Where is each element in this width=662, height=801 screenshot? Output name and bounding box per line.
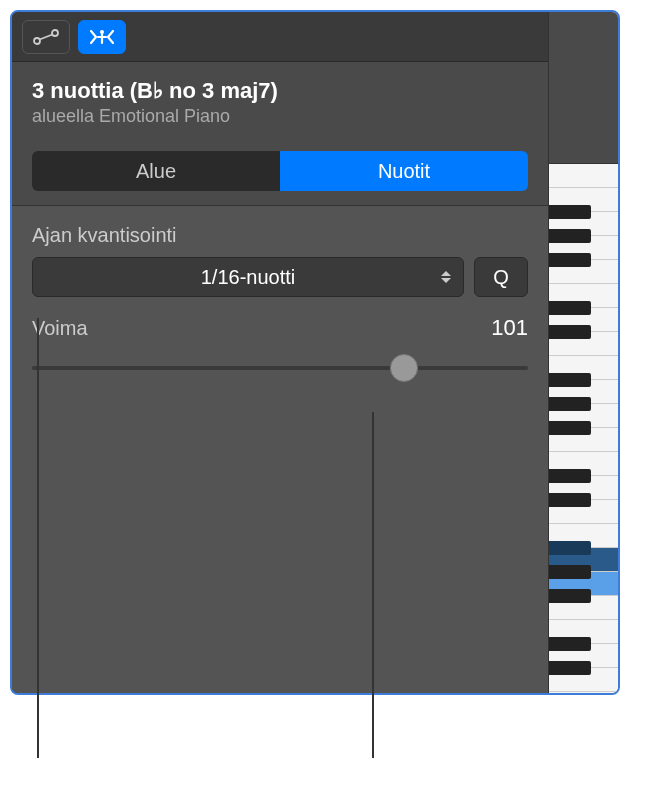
region-subtitle: alueella Emotional Piano <box>32 106 528 127</box>
black-key[interactable] <box>549 493 591 507</box>
black-key[interactable] <box>549 541 591 555</box>
toolbar <box>12 12 548 62</box>
tab-notes[interactable]: Nuotit <box>280 151 528 191</box>
strength-row: Voima 101 <box>32 315 528 341</box>
white-key[interactable] <box>549 692 618 695</box>
svg-point-1 <box>52 30 58 36</box>
black-key[interactable] <box>549 661 591 675</box>
black-key[interactable] <box>549 469 591 483</box>
slider-thumb[interactable] <box>390 354 418 382</box>
tab-row: Alue Nuotit <box>12 141 548 206</box>
header-section: 3 nuottia (B♭ no 3 maj7) alueella Emotio… <box>12 62 548 141</box>
callout-line-2 <box>372 412 374 758</box>
automation-tool-button[interactable] <box>22 20 70 54</box>
black-key[interactable] <box>549 205 591 219</box>
inspector-panel: 3 nuottia (B♭ no 3 maj7) alueella Emotio… <box>10 10 620 695</box>
black-key[interactable] <box>549 637 591 651</box>
black-key[interactable] <box>549 397 591 411</box>
slider-track-line <box>32 366 528 370</box>
midi-in-icon <box>87 27 117 47</box>
strength-slider[interactable] <box>32 353 528 383</box>
automation-icon <box>32 28 60 46</box>
selection-title: 3 nuottia (B♭ no 3 maj7) <box>32 78 528 104</box>
black-key[interactable] <box>549 301 591 315</box>
piano-spacer <box>549 12 618 164</box>
tab-region[interactable]: Alue <box>32 151 280 191</box>
svg-point-0 <box>34 38 40 44</box>
black-key[interactable] <box>549 325 591 339</box>
black-key[interactable] <box>549 253 591 267</box>
quantize-button[interactable]: Q <box>474 257 528 297</box>
controls-section: Ajan kvantisointi 1/16-nuotti Q Voima 10… <box>12 206 548 693</box>
white-key[interactable] <box>549 164 618 188</box>
piano-keys[interactable]: C3C2 <box>549 164 618 695</box>
quantize-select[interactable]: 1/16-nuotti <box>32 257 464 297</box>
select-chevrons-icon <box>441 271 451 283</box>
black-key[interactable] <box>549 589 591 603</box>
black-key[interactable] <box>549 565 591 579</box>
black-key[interactable] <box>549 229 591 243</box>
black-key[interactable] <box>549 373 591 387</box>
midi-in-tool-button[interactable] <box>78 20 126 54</box>
main-panel: 3 nuottia (B♭ no 3 maj7) alueella Emotio… <box>12 12 548 693</box>
black-key[interactable] <box>549 421 591 435</box>
quantize-row: 1/16-nuotti Q <box>32 257 528 297</box>
strength-value: 101 <box>491 315 528 341</box>
strength-label: Voima <box>32 317 88 340</box>
quantize-label: Ajan kvantisointi <box>32 224 528 247</box>
svg-line-2 <box>40 34 53 39</box>
piano-panel: C3C2 <box>548 12 618 693</box>
callout-line-1 <box>37 318 39 758</box>
quantize-value: 1/16-nuotti <box>201 266 296 289</box>
